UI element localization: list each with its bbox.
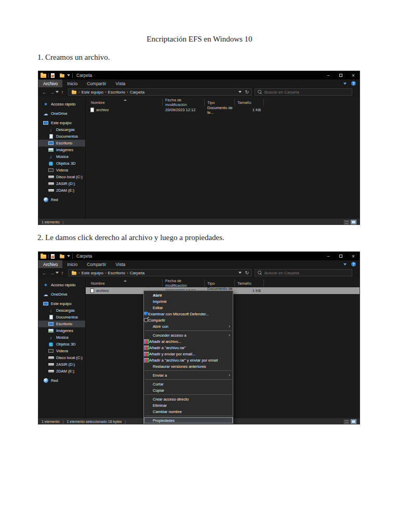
- context-menu-item[interactable]: Eliminar: [144, 402, 233, 408]
- context-menu-item[interactable]: Imprimir: [144, 298, 233, 304]
- sidebar-item[interactable]: Música: [38, 334, 85, 341]
- context-menu-item[interactable]: Abrir: [144, 292, 233, 298]
- sidebar-item[interactable]: Disco local (C:): [38, 354, 85, 361]
- up-button[interactable]: [59, 270, 66, 276]
- ribbon-tab[interactable]: Vista: [111, 79, 130, 87]
- context-menu-item[interactable]: Crear acceso directo: [144, 396, 233, 402]
- context-menu-item[interactable]: Propiedades: [144, 417, 233, 423]
- address-dropdown-chevron-icon[interactable]: [238, 91, 242, 93]
- back-button[interactable]: [41, 270, 48, 276]
- column-header-nombre[interactable]: Nombre: [86, 99, 163, 106]
- context-menu-item[interactable]: [145, 416, 232, 416]
- large-icons-view-icon[interactable]: [351, 220, 356, 224]
- sidebar-item[interactable]: Acceso rápido: [38, 282, 85, 288]
- address-bar[interactable]: Este equipo Escritorio Carpeta: [68, 269, 252, 276]
- context-menu-item[interactable]: Editar: [144, 304, 233, 311]
- column-header-fecha[interactable]: Fecha de modificación: [163, 99, 205, 106]
- maximize-button[interactable]: [335, 71, 347, 79]
- quick-access-properties-icon[interactable]: [51, 73, 55, 78]
- context-menu-item[interactable]: [145, 379, 232, 380]
- sidebar-item[interactable]: Acceso rápido: [38, 101, 85, 108]
- back-button[interactable]: [41, 89, 48, 95]
- ribbon-tab[interactable]: Archivo: [38, 260, 62, 268]
- minimize-button[interactable]: [322, 71, 335, 79]
- address-bar[interactable]: Este equipo Escritorio Carpeta: [68, 88, 252, 96]
- up-button[interactable]: [59, 89, 66, 95]
- breadcrumb-carpeta[interactable]: Carpeta: [130, 90, 144, 95]
- context-menu-item[interactable]: Añadir al archivo...: [144, 338, 233, 344]
- forward-button[interactable]: [48, 270, 56, 276]
- context-menu-item[interactable]: Conceder acceso a: [144, 332, 233, 338]
- sidebar-item[interactable]: Música: [38, 153, 85, 160]
- breadcrumb-escritorio[interactable]: Escritorio: [108, 271, 125, 275]
- column-header-fecha[interactable]: Fecha de modificación: [163, 280, 205, 287]
- refresh-icon[interactable]: [245, 270, 249, 275]
- file-row-archivo[interactable]: archivo 20/09/2023 12:12 Documento de te…: [86, 107, 360, 113]
- quick-access-new-folder-icon[interactable]: [60, 255, 64, 258]
- sidebar-item[interactable]: Escritorio: [38, 321, 85, 327]
- sidebar-item[interactable]: Imágenes: [38, 147, 85, 153]
- context-menu-item[interactable]: [145, 394, 232, 395]
- breadcrumb-este-equipo[interactable]: Este equipo: [82, 90, 103, 95]
- sidebar-item[interactable]: Objetos 3D: [38, 341, 85, 348]
- context-menu-item[interactable]: Cortar: [144, 381, 233, 387]
- breadcrumb-carpeta[interactable]: Carpeta: [130, 271, 144, 275]
- context-menu-item[interactable]: Enviar a: [144, 372, 233, 378]
- context-menu-item[interactable]: Examinar con Microsoft Defender...: [144, 311, 233, 317]
- large-icons-view-icon[interactable]: [351, 419, 356, 424]
- sidebar-item[interactable]: Este equipo: [38, 300, 85, 307]
- customize-toolbar-chevron-icon[interactable]: [67, 255, 70, 257]
- minimize-button[interactable]: [322, 252, 335, 260]
- context-menu-item[interactable]: Añadir a "archivo.rar" y enviar por emai…: [144, 357, 233, 363]
- expand-ribbon-chevron-icon[interactable]: [343, 83, 347, 85]
- sidebar-item[interactable]: Imágenes: [38, 327, 85, 334]
- sidebar-item[interactable]: Vídeos: [38, 167, 85, 174]
- refresh-icon[interactable]: [245, 89, 249, 95]
- ribbon-tab[interactable]: Archivo: [38, 79, 62, 87]
- customize-toolbar-chevron-icon[interactable]: [67, 74, 70, 76]
- ribbon-tab[interactable]: Inicio: [62, 79, 82, 87]
- context-menu-item[interactable]: Añadir y enviar por email...: [144, 351, 233, 357]
- sidebar-item[interactable]: Este equipo: [38, 119, 85, 126]
- ribbon-tab[interactable]: Vista: [111, 260, 130, 268]
- sidebar-item[interactable]: Disco local (C:): [38, 174, 85, 180]
- column-header-tamano[interactable]: Tamaño: [235, 99, 264, 106]
- search-input[interactable]: [264, 271, 349, 275]
- sidebar-item[interactable]: Objetos 3D: [38, 160, 85, 167]
- details-view-icon[interactable]: [344, 420, 349, 424]
- column-header-tipo[interactable]: Tipo: [205, 280, 235, 287]
- sidebar-item[interactable]: 2ASIR (D:): [38, 361, 85, 368]
- search-box[interactable]: [255, 88, 352, 96]
- close-button[interactable]: [347, 252, 360, 260]
- help-icon[interactable]: [351, 81, 356, 86]
- ribbon-tab[interactable]: Compartir: [82, 79, 111, 87]
- maximize-button[interactable]: [335, 252, 347, 260]
- breadcrumb-escritorio[interactable]: Escritorio: [108, 90, 125, 95]
- sidebar-item[interactable]: 2ASIR (D:): [38, 180, 85, 187]
- expand-ribbon-chevron-icon[interactable]: [343, 263, 347, 265]
- sidebar-item[interactable]: Red: [38, 377, 85, 384]
- quick-access-new-folder-icon[interactable]: [60, 74, 64, 77]
- column-header-tamano[interactable]: Tamaño: [235, 280, 264, 287]
- search-input[interactable]: [264, 90, 349, 95]
- sidebar-item[interactable]: Escritorio: [38, 140, 85, 147]
- context-menu-item[interactable]: Cambiar nombre: [144, 408, 233, 415]
- quick-access-properties-icon[interactable]: [51, 254, 55, 259]
- context-menu-item[interactable]: Compartir: [144, 317, 233, 323]
- sidebar-item[interactable]: Documentos: [38, 314, 85, 321]
- forward-button[interactable]: [48, 89, 56, 95]
- context-menu-item[interactable]: Abrir con: [144, 323, 233, 329]
- breadcrumb-este-equipo[interactable]: Este equipo: [82, 271, 103, 275]
- ribbon-tab[interactable]: Inicio: [62, 260, 82, 268]
- sidebar-item[interactable]: Vídeos: [38, 348, 85, 354]
- address-dropdown-chevron-icon[interactable]: [238, 272, 242, 274]
- context-menu-item[interactable]: Copiar: [144, 387, 233, 393]
- context-menu-item[interactable]: [145, 330, 232, 331]
- sidebar-item[interactable]: 2DAM (E:): [38, 187, 85, 194]
- close-button[interactable]: [347, 71, 360, 79]
- sidebar-item[interactable]: Red: [38, 196, 85, 203]
- context-menu-item[interactable]: Restaurar versiones anteriores: [144, 363, 233, 369]
- title-bar[interactable]: Carpeta: [38, 71, 360, 79]
- sidebar-item[interactable]: Descargas: [38, 307, 85, 314]
- sidebar-item[interactable]: Documentos: [38, 133, 85, 140]
